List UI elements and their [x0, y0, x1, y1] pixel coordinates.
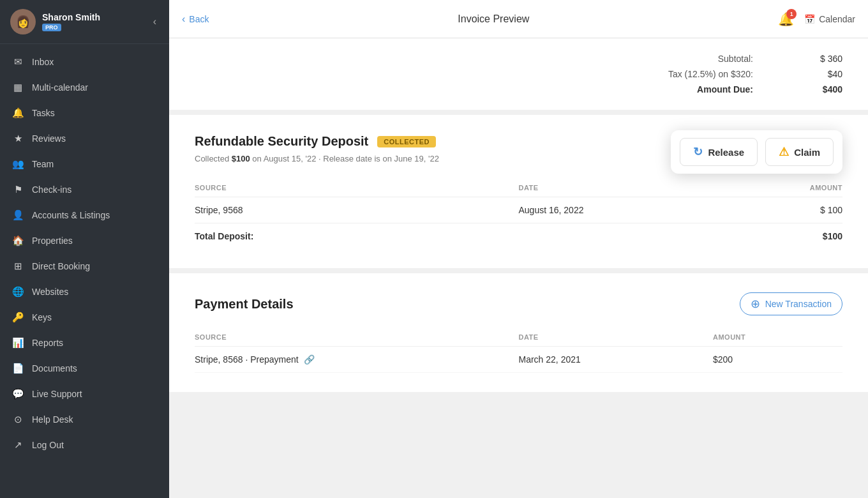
- sidebar-item-label: Reports: [32, 338, 63, 348]
- back-button[interactable]: ‹ Back: [182, 13, 209, 25]
- collected-badge: COLLECTED: [377, 136, 436, 147]
- sidebar-item-properties[interactable]: 🏠 Properties: [0, 228, 169, 253]
- keys-icon: 🔑: [11, 311, 24, 324]
- sidebar-item-live-support[interactable]: 💬 Live Support: [0, 381, 169, 407]
- sidebar-item-websites[interactable]: 🌐 Websites: [0, 279, 169, 305]
- sidebar-item-direct-booking[interactable]: ⊞ Direct Booking: [0, 253, 169, 279]
- source-column-header: SOURCE: [195, 179, 519, 197]
- calendar-button[interactable]: 📅 Calendar: [804, 14, 855, 24]
- payment-source-text: Stripe, 8568 · Prepayment: [195, 354, 299, 365]
- deposit-total-value: $100: [713, 223, 842, 250]
- sidebar-item-keys[interactable]: 🔑 Keys: [0, 305, 169, 330]
- subtotal-value: $ 360: [791, 54, 842, 64]
- payment-details-section: Payment Details ⊕ New Transaction SOURCE…: [169, 273, 868, 392]
- notification-bell[interactable]: 🔔 1: [778, 11, 794, 27]
- amount-due-value: $400: [791, 84, 842, 94]
- summary-row-due: Amount Due: $400: [195, 82, 842, 97]
- sidebar-item-multi-calendar[interactable]: ▦ Multi-calendar: [0, 75, 169, 100]
- payment-details-title: Payment Details: [195, 297, 294, 312]
- table-row: Stripe, 8568 · Prepayment 🔗 March 22, 20…: [195, 347, 842, 373]
- deposit-title: Refundable Security Deposit: [195, 134, 368, 149]
- scroll-content: Subtotal: $ 360 Tax (12.5%) on $320: $40…: [169, 38, 868, 498]
- sidebar-item-label: Websites: [32, 287, 68, 297]
- reports-icon: 📊: [11, 336, 24, 349]
- sidebar-item-label: Keys: [32, 312, 52, 322]
- live-support-icon: 💬: [11, 388, 24, 400]
- action-popup: ↻ Release ⚠ Claim: [671, 130, 842, 174]
- claim-label: Claim: [794, 147, 820, 158]
- sidebar-item-reports[interactable]: 📊 Reports: [0, 330, 169, 356]
- sidebar-item-label: Direct Booking: [32, 261, 90, 271]
- accounts-icon: 👤: [11, 209, 24, 222]
- deposit-total-row: Total Deposit: $100: [195, 223, 842, 250]
- amount-column-header: AMOUNT: [713, 179, 842, 197]
- tax-value: $40: [791, 69, 842, 79]
- tasks-icon: 🔔: [11, 107, 24, 119]
- payment-source-header: SOURCE: [195, 328, 519, 347]
- deposit-table: SOURCE DATE AMOUNT Stripe, 9568 August 1…: [195, 179, 842, 249]
- new-transaction-button[interactable]: ⊕ New Transaction: [740, 292, 842, 315]
- sidebar-item-label: Help Desk: [32, 414, 73, 425]
- calendar-icon: ▦: [11, 81, 24, 94]
- claim-button[interactable]: ⚠ Claim: [765, 138, 834, 166]
- sidebar: 👩 Sharon Smith PRO ‹ ✉ Inbox ▦ Multi-cal…: [0, 0, 169, 498]
- date-column-header: DATE: [519, 179, 714, 197]
- inbox-icon: ✉: [11, 56, 24, 68]
- topbar: ‹ Back Invoice Preview 🔔 1 📅 Calendar: [169, 0, 868, 38]
- sidebar-item-log-out[interactable]: ↗ Log Out: [0, 432, 169, 458]
- payment-header: Payment Details ⊕ New Transaction: [195, 292, 842, 315]
- page-title: Invoice Preview: [458, 13, 529, 25]
- claim-icon: ⚠: [779, 145, 789, 159]
- release-button[interactable]: ↻ Release: [680, 138, 758, 166]
- sidebar-item-team[interactable]: 👥 Team: [0, 151, 169, 177]
- payment-amount: $200: [713, 347, 842, 373]
- avatar: 👩: [10, 9, 36, 34]
- payment-table-header: SOURCE DATE AMOUNT: [195, 328, 842, 347]
- sidebar-item-label: Accounts & Listings: [32, 210, 110, 220]
- properties-icon: 🏠: [11, 234, 24, 247]
- sidebar-user-info: Sharon Smith PRO: [42, 12, 100, 31]
- tax-label: Tax (12.5%) on $320:: [625, 69, 753, 79]
- documents-icon: 📄: [11, 362, 24, 375]
- sidebar-item-check-ins[interactable]: ⚑ Check-ins: [0, 177, 169, 202]
- sidebar-item-label: Check-ins: [32, 185, 71, 195]
- summary-row-subtotal: Subtotal: $ 360: [195, 51, 842, 66]
- topbar-actions: 🔔 1 📅 Calendar: [778, 11, 855, 27]
- payment-amount-header: AMOUNT: [713, 328, 842, 347]
- notification-badge: 1: [786, 9, 797, 19]
- sidebar-collapse-button[interactable]: ‹: [151, 13, 159, 30]
- payment-table: SOURCE DATE AMOUNT Stripe, 8568 · Prepay…: [195, 328, 842, 373]
- sidebar-item-reviews[interactable]: ★ Reviews: [0, 126, 169, 151]
- sidebar-item-inbox[interactable]: ✉ Inbox: [0, 49, 169, 75]
- back-label: Back: [189, 14, 209, 24]
- sidebar-item-label: Inbox: [32, 57, 54, 67]
- deposit-amount-highlight: $100: [232, 154, 250, 163]
- sidebar-item-label: Tasks: [32, 108, 55, 118]
- sidebar-item-label: Reviews: [32, 133, 66, 144]
- sidebar-header: 👩 Sharon Smith PRO ‹: [0, 0, 169, 44]
- sidebar-item-documents[interactable]: 📄 Documents: [0, 356, 169, 381]
- checkins-icon: ⚑: [11, 183, 24, 196]
- sidebar-item-help-desk[interactable]: ⊙ Help Desk: [0, 407, 169, 432]
- deposit-total-label: Total Deposit:: [195, 223, 713, 250]
- sidebar-username: Sharon Smith: [42, 12, 100, 22]
- sidebar-user: 👩 Sharon Smith PRO: [10, 9, 100, 34]
- new-transaction-label: New Transaction: [765, 299, 832, 309]
- direct-booking-icon: ⊞: [11, 260, 24, 273]
- plus-circle-icon: ⊕: [751, 298, 760, 310]
- calendar-icon: 📅: [804, 14, 815, 24]
- reviews-icon: ★: [11, 132, 24, 145]
- pro-badge: PRO: [42, 24, 61, 31]
- subtotal-label: Subtotal:: [625, 54, 753, 64]
- payment-date: March 22, 2021: [519, 347, 714, 373]
- deposit-date: August 16, 2022: [519, 197, 714, 223]
- release-label: Release: [708, 147, 744, 158]
- main-content: ‹ Back Invoice Preview 🔔 1 📅 Calendar Su…: [169, 0, 868, 498]
- sidebar-item-accounts-listings[interactable]: 👤 Accounts & Listings: [0, 202, 169, 228]
- release-icon: ↻: [693, 145, 703, 159]
- sidebar-item-tasks[interactable]: 🔔 Tasks: [0, 100, 169, 126]
- sidebar-nav: ✉ Inbox ▦ Multi-calendar 🔔 Tasks ★ Revie…: [0, 44, 169, 498]
- link-icon[interactable]: 🔗: [304, 354, 315, 365]
- back-chevron-icon: ‹: [182, 13, 185, 25]
- invoice-summary-section: Subtotal: $ 360 Tax (12.5%) on $320: $40…: [169, 38, 868, 110]
